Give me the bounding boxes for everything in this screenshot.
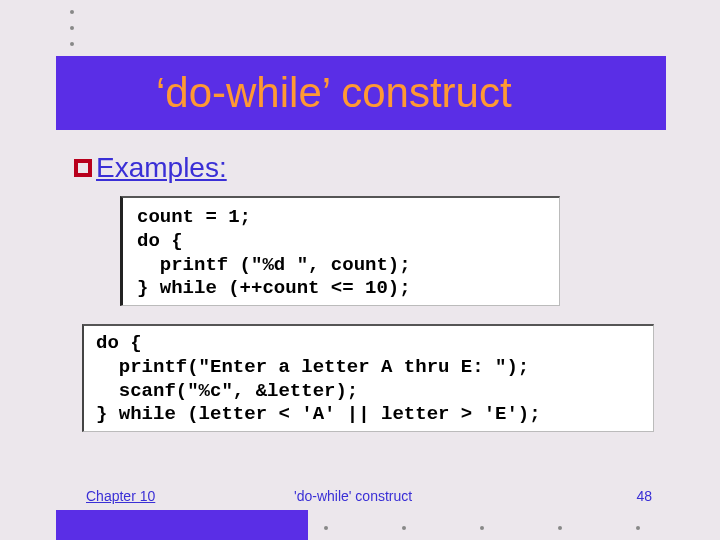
slide-title: ‘do-while’ construct: [156, 69, 512, 117]
footer-center: 'do-while' construct: [294, 488, 412, 504]
dot-icon: [70, 10, 74, 14]
code-example-1: count = 1; do { printf ("%d ", count); }…: [120, 196, 560, 306]
footer-chapter: Chapter 10: [86, 488, 155, 504]
code-example-2: do { printf("Enter a letter A thru E: ")…: [82, 324, 654, 432]
decorative-dots-top: [70, 10, 74, 46]
footer-page-number: 48: [636, 488, 652, 504]
dot-icon: [636, 526, 640, 530]
bullet-label: Examples:: [96, 152, 227, 184]
square-bullet-icon: [74, 159, 92, 177]
dot-icon: [402, 526, 406, 530]
dot-icon: [70, 42, 74, 46]
dot-icon: [324, 526, 328, 530]
footer: Chapter 10 'do-while' construct 48: [0, 486, 720, 540]
dot-icon: [70, 26, 74, 30]
footer-accent-bar: [56, 510, 308, 540]
dot-icon: [558, 526, 562, 530]
title-bar: ‘do-while’ construct: [56, 56, 666, 130]
bullet-item: Examples:: [74, 152, 227, 184]
dot-icon: [480, 526, 484, 530]
decorative-dots-bottom: [324, 526, 640, 530]
